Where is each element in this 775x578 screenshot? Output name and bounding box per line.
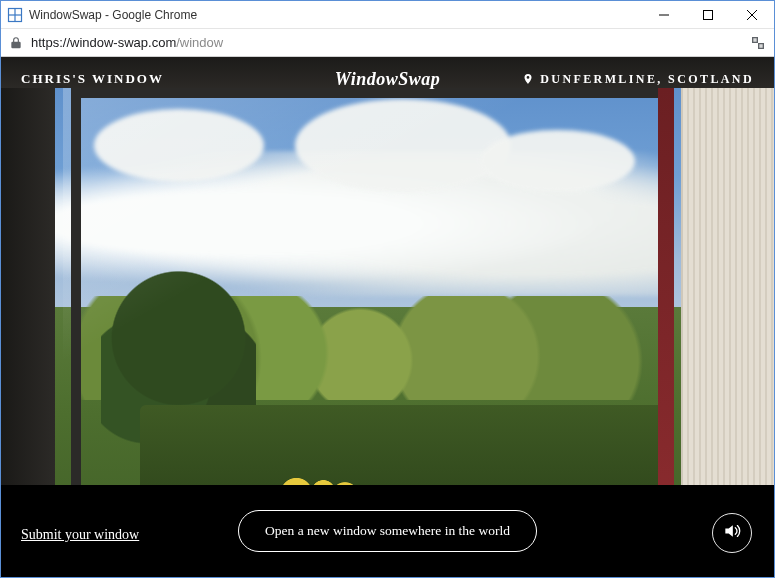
- brand-logo: WindowSwap: [335, 69, 440, 90]
- translate-icon[interactable]: [750, 35, 766, 51]
- overlay-header: CHRIS'S WINDOW WindowSwap DUNFERMLINE, S…: [1, 57, 774, 101]
- minimize-button[interactable]: [642, 1, 686, 28]
- window-title: WindowSwap - Google Chrome: [29, 8, 642, 22]
- page-viewport: CHRIS'S WINDOW WindowSwap DUNFERMLINE, S…: [1, 57, 774, 577]
- submit-window-link[interactable]: Submit your window: [21, 527, 139, 543]
- url-text: https://window-swap.com/window: [31, 35, 223, 50]
- location-text: DUNFERMLINE, SCOTLAND: [540, 72, 754, 87]
- owner-label: CHRIS'S WINDOW: [21, 71, 164, 87]
- lock-icon: [9, 36, 23, 50]
- open-new-window-button[interactable]: Open a new window somewhere in the world: [238, 510, 537, 552]
- maximize-button[interactable]: [686, 1, 730, 28]
- svg-rect-4: [704, 10, 713, 19]
- app-favicon: [7, 7, 23, 23]
- window-controls: [642, 1, 774, 28]
- url-path: /window: [176, 35, 223, 50]
- titlebar: WindowSwap - Google Chrome: [1, 1, 774, 29]
- speaker-icon: [722, 521, 742, 545]
- location-pin-icon: [522, 73, 534, 85]
- footer-bar: Submit your window Open a new window som…: [1, 485, 774, 577]
- close-button[interactable]: [730, 1, 774, 28]
- sound-toggle-button[interactable]: [712, 513, 752, 553]
- svg-marker-7: [725, 525, 733, 537]
- address-bar[interactable]: https://window-swap.com/window: [1, 29, 774, 57]
- url-host: https://window-swap.com: [31, 35, 176, 50]
- location-label: DUNFERMLINE, SCOTLAND: [522, 72, 754, 87]
